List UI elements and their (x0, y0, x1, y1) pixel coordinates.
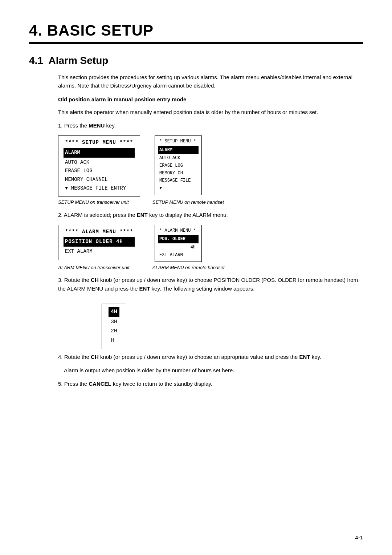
alarm-menu-transceiver-box: **** ALARM MENU **** POSITION OLDER 4H E… (58, 225, 140, 260)
setup-menu-transceiver-title: **** SETUP MENU **** (65, 139, 133, 147)
alarm-menu-remote-box: * ALARM MENU * POS. OLDER 4H EXT ALARM (155, 225, 202, 262)
setup-menu-remote-title: * SETUP MENU * (159, 138, 197, 145)
setup-menu-remote-arrow: ▼ (159, 185, 197, 192)
section-title: 4.1 Alarm Setup (29, 55, 363, 66)
section-body: This section provides the procedures for… (58, 73, 363, 388)
setup-menu-remote-auto-ack: AUTO ACK (159, 154, 197, 162)
step-5-bold-cancel: CANCEL (89, 381, 111, 387)
intro-paragraph: This section provides the procedures for… (58, 73, 363, 90)
alarm-menu-captions: ALARM MENU on transceiver unit ALARM MEN… (58, 264, 363, 271)
step-1-number: 1. Press the MENU key. (58, 122, 116, 129)
alarm-menu-remote-block: * ALARM MENU * POS. OLDER 4H EXT ALARM (155, 225, 202, 262)
alarm-menu-remote-pos-older: POS. OLDER (158, 235, 199, 243)
setup-menu-remote-block: * SETUP MENU * ALARM AUTO ACK ERASE LOG … (155, 135, 202, 195)
alarm-menu-remote-4h: 4H (159, 244, 197, 251)
section-title-text: Alarm Setup (48, 55, 108, 66)
chapter-title: 4. BASIC SETUP (29, 22, 363, 39)
setup-menu-diagrams: **** SETUP MENU **** ALARM AUTO ACK ERAS… (58, 135, 363, 197)
step-3: 3. Rotate the CH knob (or press up / dow… (58, 276, 363, 293)
step-1-bold: MENU (89, 122, 105, 129)
step-4-bold-ch: CH (91, 354, 99, 360)
setup-menu-transceiver-block: **** SETUP MENU **** ALARM AUTO ACK ERAS… (58, 135, 140, 197)
setup-menu-transceiver-box: **** SETUP MENU **** ALARM AUTO ACK ERAS… (58, 135, 140, 197)
step-3-bold-ent: ENT (139, 285, 150, 292)
setup-menu-item-message-file: ▼ MESSAGE FILE ENTRY (65, 184, 133, 193)
step-4: 4. Rotate the CH knob (or press up / dow… (58, 353, 363, 361)
hours-4h-highlighted: 4H (109, 307, 119, 317)
caption-setup-remote: SETUP MENU on remote handset (152, 199, 224, 206)
setup-menu-remote-box: * SETUP MENU * ALARM AUTO ACK ERASE LOG … (155, 135, 202, 195)
alarm-menu-transceiver-block: **** ALARM MENU **** POSITION OLDER 4H E… (58, 225, 140, 260)
setup-menu-remote-memory-ch: MEMORY CH (159, 170, 197, 177)
alarm-menu-position-older-highlighted: POSITION OLDER 4H (64, 237, 135, 247)
hours-3h: 3H (111, 317, 117, 327)
setup-menu-item-auto-ack: AUTO ACK (65, 158, 133, 167)
caption-alarm-transceiver: ALARM MENU on transceiver unit (58, 264, 138, 271)
step-2-bold: ENT (137, 212, 148, 218)
step-2: 2. ALARM is selected; press the ENT key … (58, 211, 363, 219)
setup-menu-alarm-highlighted: ALARM (64, 148, 135, 158)
chapter-rule (29, 42, 363, 44)
section-number: 4.1 (29, 55, 43, 66)
page-number: 4-1 (355, 534, 363, 540)
alarm-menu-transceiver-title: **** ALARM MENU **** (65, 228, 133, 236)
hours-h: H (111, 336, 117, 345)
hours-selection-box: 4H 3H 2H H (102, 304, 126, 349)
alarm-menu-remote-title: * ALARM MENU * (159, 227, 197, 234)
step-3-bold-ch: CH (91, 277, 99, 283)
chapter-number: 4. (29, 22, 42, 39)
alarm-menu-diagrams: **** ALARM MENU **** POSITION OLDER 4H E… (58, 225, 363, 262)
setup-menu-remote-alarm: ALARM (158, 146, 199, 154)
setup-menu-item-erase-log: ERASE LOG (65, 167, 133, 175)
caption-alarm-remote: ALARM MENU on remote handset (152, 264, 225, 271)
subsection-heading: Old position alarm in manual position en… (58, 95, 363, 104)
setup-menu-item-memory-channel: MEMORY CHANNEL (65, 175, 133, 184)
alarm-menu-ext-alarm: EXT ALARM (65, 247, 133, 256)
steps-list: 1. Press the MENU key. (58, 121, 363, 130)
step-1: 1. Press the MENU key. (58, 121, 363, 130)
alarm-output-note: Alarm is output when position is older b… (64, 366, 363, 374)
subsection-body: This alerts the operator when manually e… (58, 108, 363, 116)
alarm-menu-remote-ext-alarm: EXT ALARM (159, 251, 197, 259)
caption-setup-transceiver: SETUP MENU on transceiver unit (58, 199, 138, 206)
step-4-bold-ent: ENT (299, 354, 310, 360)
setup-menu-remote-erase-log: ERASE LOG (159, 162, 197, 170)
step-5: 5. Press the CANCEL key twice to return … (58, 380, 363, 388)
hours-2h: 2H (111, 327, 117, 336)
page-container: 4. BASIC SETUP 4.1 Alarm Setup This sect… (0, 0, 392, 422)
chapter-title-text: BASIC SETUP (47, 22, 154, 39)
setup-menu-remote-message-file: MESSAGE FILE (159, 177, 197, 185)
setup-menu-captions: SETUP MENU on transceiver unit SETUP MEN… (58, 199, 363, 206)
